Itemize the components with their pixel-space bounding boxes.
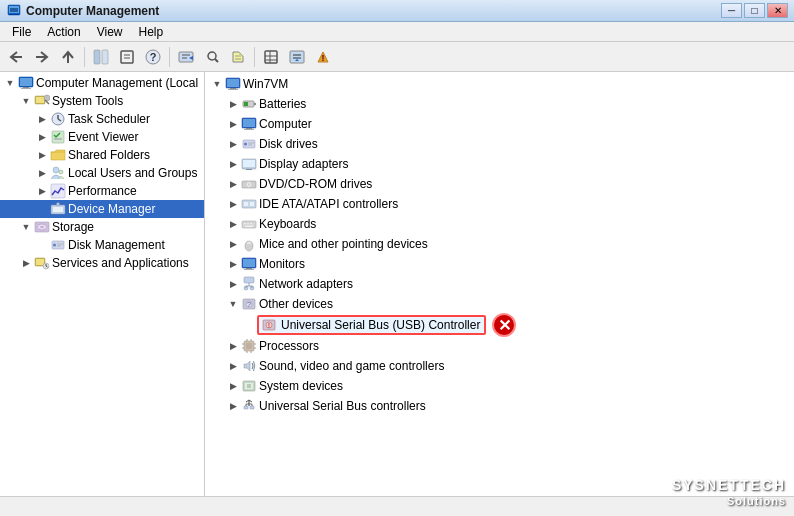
tree-item-computer-management[interactable]: ▼ Computer Management (Local — [0, 74, 204, 92]
device-manager-icon — [50, 201, 66, 217]
maximize-button[interactable]: □ — [744, 3, 765, 18]
tree-label-computer-management: Computer Management (Local — [36, 76, 200, 90]
computer-expand: ▶ — [225, 116, 241, 132]
right-tree-item-processors[interactable]: ▶ Processors — [205, 336, 794, 356]
svg-rect-84 — [244, 202, 248, 206]
svg-rect-65 — [228, 89, 238, 90]
keyboards-expand: ▶ — [225, 216, 241, 232]
menu-file[interactable]: File — [4, 23, 39, 41]
right-tree-item-disk-drives[interactable]: ▶ Disk drives — [205, 134, 794, 154]
help-button[interactable]: ? — [141, 45, 165, 69]
tree-item-local-users[interactable]: ▶ Local Users and Groups — [0, 164, 204, 182]
back-button[interactable] — [4, 45, 28, 69]
toolbar-btn4[interactable] — [200, 45, 224, 69]
right-label-dvd: DVD/CD-ROM drives — [259, 177, 790, 191]
tree-item-task-scheduler[interactable]: ▶ Task Scheduler — [0, 110, 204, 128]
svg-rect-9 — [121, 51, 133, 63]
storage-icon — [34, 219, 50, 235]
tree-item-shared-folders[interactable]: ▶ Shared Folders — [0, 146, 204, 164]
tree-item-event-viewer[interactable]: ▶ Event Viewer — [0, 128, 204, 146]
shared-folders-icon — [50, 147, 66, 163]
right-tree-item-usb-controllers[interactable]: ▶ Universal Serial Bus controllers — [205, 396, 794, 416]
root-expand-icon: ▼ — [209, 76, 225, 92]
svg-text:?: ? — [150, 51, 157, 63]
menu-help[interactable]: Help — [131, 23, 172, 41]
tree-item-performance[interactable]: ▶ Performance — [0, 182, 204, 200]
svg-rect-23 — [265, 51, 277, 63]
sound-expand: ▶ — [225, 358, 241, 374]
usb-controllers-icon — [241, 398, 257, 414]
svg-rect-8 — [102, 50, 108, 64]
menu-action[interactable]: Action — [39, 23, 88, 41]
forward-button[interactable] — [30, 45, 54, 69]
show-hide-tree-button[interactable] — [89, 45, 113, 69]
sep1 — [84, 47, 85, 67]
toolbar-btn3[interactable] — [174, 45, 198, 69]
tree-item-disk-management[interactable]: Disk Management — [0, 236, 204, 254]
right-tree-item-other-devices[interactable]: ▼ ? Other devices — [205, 294, 794, 314]
tree-item-storage[interactable]: ▼ Storage — [0, 218, 204, 236]
right-tree-item-computer[interactable]: ▶ Computer — [205, 114, 794, 134]
right-tree-item-mice[interactable]: ▶ Mice and other pointing devices — [205, 234, 794, 254]
svg-point-49 — [57, 203, 60, 206]
svg-rect-85 — [250, 202, 254, 206]
svg-rect-88 — [247, 223, 249, 225]
right-tree-item-dvd[interactable]: ▶ DVD/CD-ROM drives — [205, 174, 794, 194]
usb-controller-row[interactable]: ! Universal Serial Bus (USB) Controller … — [205, 314, 794, 336]
monitors-icon — [241, 256, 257, 272]
expand-icon-services: ▶ — [18, 255, 34, 271]
tree-label-performance: Performance — [68, 184, 200, 198]
right-tree-item-root[interactable]: ▼ Win7VM — [205, 74, 794, 94]
right-tree-item-ide[interactable]: ▶ IDE ATA/ATAPI controllers — [205, 194, 794, 214]
up-button[interactable] — [56, 45, 80, 69]
right-label-sound: Sound, video and game controllers — [259, 359, 790, 373]
svg-rect-128 — [250, 406, 254, 409]
svg-text:!: ! — [268, 322, 270, 329]
toolbar-btn7[interactable] — [285, 45, 309, 69]
disk-mgmt-icon — [50, 237, 66, 253]
toolbar-btn5[interactable] — [226, 45, 250, 69]
svg-rect-79 — [246, 169, 252, 170]
tree-label-services: Services and Applications — [52, 256, 200, 270]
tree-item-services[interactable]: ▶ Services and Applications — [0, 254, 204, 272]
properties-button[interactable] — [115, 45, 139, 69]
menu-view[interactable]: View — [89, 23, 131, 41]
right-tree-item-network[interactable]: ▶ Network adapters — [205, 274, 794, 294]
tree-label-device-manager: Device Manager — [68, 202, 200, 216]
right-tree-item-system-devices[interactable]: ▶ System devices — [205, 376, 794, 396]
disk-drives-expand: ▶ — [225, 136, 241, 152]
display-expand: ▶ — [225, 156, 241, 172]
right-tree-root-label: Win7VM — [243, 77, 790, 91]
tree-item-system-tools[interactable]: ▼ System Tools — [0, 92, 204, 110]
users-icon — [50, 165, 66, 181]
minimize-button[interactable]: ─ — [721, 3, 742, 18]
network-icon — [241, 276, 257, 292]
right-tree-item-display[interactable]: ▶ Display adapters — [205, 154, 794, 174]
left-panel: ▼ Computer Management (Local ▼ — [0, 72, 205, 496]
toolbar-btn6[interactable] — [259, 45, 283, 69]
title-bar-buttons: ─ □ ✕ — [721, 3, 788, 18]
close-button[interactable]: ✕ — [767, 3, 788, 18]
svg-text:!: ! — [322, 53, 325, 63]
svg-line-19 — [215, 59, 218, 62]
right-label-batteries: Batteries — [259, 97, 790, 111]
right-panel: ▼ Win7VM ▶ — [205, 72, 794, 496]
svg-rect-2 — [10, 8, 18, 12]
right-tree-item-sound[interactable]: ▶ Sound, video and game controllers — [205, 356, 794, 376]
tree-item-device-manager[interactable]: Device Manager — [0, 200, 204, 218]
usb-icon: ! — [261, 317, 277, 333]
dvd-icon — [241, 176, 257, 192]
computer-mgmt-icon — [18, 75, 34, 91]
right-tree-item-keyboards[interactable]: ▶ Keyboards — [205, 214, 794, 234]
usb-expand — [241, 317, 257, 333]
main-area: ▼ Computer Management (Local ▼ — [0, 72, 794, 496]
mice-icon — [241, 236, 257, 252]
right-label-system-devices: System devices — [259, 379, 790, 393]
right-tree-item-monitors[interactable]: ▶ Monitors — [205, 254, 794, 274]
right-tree-item-batteries[interactable]: ▶ Batteries — [205, 94, 794, 114]
toolbar-btn8[interactable]: ! — [311, 45, 335, 69]
svg-rect-7 — [94, 50, 100, 64]
toolbar: ? — [0, 42, 794, 72]
svg-rect-48 — [53, 207, 63, 212]
right-label-monitors: Monitors — [259, 257, 790, 271]
